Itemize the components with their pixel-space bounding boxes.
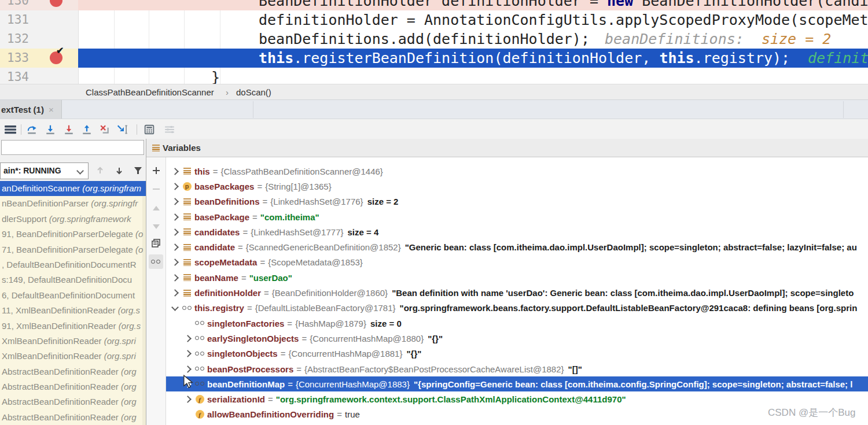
breadcrumb-method[interactable]: doScan() xyxy=(236,84,271,100)
chevron-right-icon[interactable] xyxy=(181,336,194,341)
chevron-right-icon[interactable] xyxy=(181,351,194,356)
chevron-down-icon[interactable] xyxy=(168,306,181,310)
variable-row[interactable]: definitionHolder = {BeanDefinitionHolder… xyxy=(166,285,868,300)
variable-row[interactable]: earlySingletonObjects = {ConcurrentHashM… xyxy=(166,331,868,346)
frame-row[interactable]: s:149, DefaultBeanDefinitionDocu xyxy=(0,272,146,287)
variable-row[interactable]: beanDefinitionMap = {ConcurrentHashMap@1… xyxy=(166,376,868,391)
thread-selector[interactable]: ain*: RUNNING xyxy=(0,162,89,179)
previous-frame-button[interactable] xyxy=(93,163,108,178)
chevron-right-icon[interactable] xyxy=(168,290,181,295)
frame-row[interactable]: 6, DefaultBeanDefinitionDocument xyxy=(0,288,146,303)
variable-string-value: "com.itheima" xyxy=(260,212,319,222)
drop-frame-button[interactable] xyxy=(97,122,112,137)
frame-row[interactable]: AbstractBeanDefinitionReader (org xyxy=(0,394,146,409)
equals-sign: = xyxy=(213,167,218,176)
code-line-132[interactable]: beanDefinitions.add(definitionHolder); b… xyxy=(0,29,868,49)
variables-header: Variables xyxy=(146,139,868,157)
variable-icon xyxy=(181,274,193,281)
chevron-right-icon[interactable] xyxy=(181,397,194,402)
chevron-right-icon[interactable] xyxy=(168,215,181,220)
frame-row[interactable]: XmlBeanDefinitionReader (org.spri xyxy=(0,334,146,349)
chevron-right-icon[interactable] xyxy=(181,367,194,372)
frame-package: (org.springfr xyxy=(91,198,138,208)
code-line-134[interactable]: } xyxy=(0,68,868,84)
layout-settings-button[interactable] xyxy=(162,122,177,137)
frame-row[interactable]: AbstractBeanDefinitionReader (org xyxy=(0,410,146,425)
frame-row[interactable]: 11, XmlBeanDefinitionReader (org.s xyxy=(0,303,146,318)
watermark: CSDN @是一个Bug xyxy=(768,406,855,419)
variable-row[interactable]: candidate = {ScannedGenericBeanDefinitio… xyxy=(166,239,868,254)
duplicate-watch-button[interactable] xyxy=(149,236,163,250)
chevron-right-icon[interactable] xyxy=(168,184,181,189)
variable-value: "org.springframework.beans.factory.suppo… xyxy=(400,303,858,313)
chevron-right-icon[interactable] xyxy=(168,199,181,204)
filter-frames-button[interactable] xyxy=(130,163,145,178)
variable-value: "Bean definition with name 'userDao': Ge… xyxy=(392,288,854,298)
variable-row[interactable]: candidates = {LinkedHashSet@1777} size =… xyxy=(166,224,868,239)
show-watches-button[interactable] xyxy=(149,254,163,269)
variable-row[interactable]: f serializationId = "org.springframework… xyxy=(166,391,868,406)
variable-plain-value: true xyxy=(345,409,360,419)
variable-row[interactable]: f allowBeanDefinitionOverriding = true xyxy=(166,407,868,422)
variable-row[interactable]: beanDefinitions = {LinkedHashSet@1776} s… xyxy=(166,194,868,209)
frame-row[interactable]: AbstractBeanDefinitionReader (org xyxy=(0,379,146,394)
variable-row[interactable]: singletonObjects = {ConcurrentHashMap@18… xyxy=(166,346,868,361)
evaluate-expression-button[interactable] xyxy=(142,122,157,137)
force-step-into-button[interactable] xyxy=(61,122,76,137)
field-icon: f xyxy=(194,395,205,404)
step-out-button[interactable] xyxy=(79,122,94,137)
frame-package: (org.s xyxy=(119,321,141,331)
step-into-button[interactable] xyxy=(43,122,58,137)
frame-row[interactable]: AbstractBeanDefinitionReader (org xyxy=(0,364,146,379)
variable-row[interactable]: beanName = "userDao" xyxy=(166,270,868,285)
move-watch-down-button[interactable] xyxy=(149,219,163,233)
next-frame-button[interactable] xyxy=(112,163,127,178)
frame-package: (org xyxy=(121,367,137,376)
variable-value: size = 0 xyxy=(370,319,402,328)
variable-row[interactable]: beanPostProcessors = {AbstractBeanFactor… xyxy=(166,361,868,376)
inline-debug-hint: definit xyxy=(808,49,868,68)
frame-row[interactable]: nBeanDefinitionParser (org.springfr xyxy=(0,196,146,211)
equals-sign: = xyxy=(252,212,258,222)
chevron-right-icon[interactable] xyxy=(168,230,181,235)
variable-row[interactable]: singletonFactories = {HashMap@1879} size… xyxy=(166,316,868,331)
variable-row[interactable]: f allowEagerClassLoading = true xyxy=(166,422,868,425)
add-watch-button[interactable] xyxy=(149,163,163,178)
variables-panel: Variables this = {Cl xyxy=(146,139,868,425)
chevron-right-icon[interactable] xyxy=(168,275,181,280)
variable-row[interactable]: this.registry = {DefaultListableBeanFact… xyxy=(166,301,868,316)
code-line-131[interactable]: definitionHolder = AnnotationConfigUtils… xyxy=(0,10,868,29)
chevron-right-icon[interactable] xyxy=(168,169,181,174)
tab-contexttest[interactable]: extTest (1) × xyxy=(0,100,62,119)
variable-row[interactable]: scopeMetadata = {ScopeMetadata@1853} xyxy=(166,255,868,270)
tab-close-icon[interactable]: × xyxy=(49,100,54,119)
variable-row[interactable]: p basePackages = {String[1]@1365} xyxy=(166,179,868,194)
code-editor[interactable]: 130 131 132 133 134 ✔ BeanDefinitionHold… xyxy=(0,0,868,84)
chevron-box[interactable] xyxy=(181,412,194,417)
hamburger-menu-button[interactable] xyxy=(3,122,18,137)
frame-row[interactable]: 91, BeanDefinitionParserDelegate (o xyxy=(0,227,146,242)
frames-search-input[interactable] xyxy=(1,140,144,155)
frame-row[interactable]: 91, XmlBeanDefinitionReader (org.s xyxy=(0,319,146,334)
chevron-right-icon[interactable] xyxy=(168,245,181,250)
step-over-button[interactable] xyxy=(24,122,39,137)
variable-row[interactable]: basePackage = "com.itheima" xyxy=(166,209,868,224)
run-to-cursor-button[interactable] xyxy=(115,122,130,137)
breadcrumb-class[interactable]: ClassPathBeanDefinitionScanner xyxy=(86,84,214,100)
code-line-130[interactable]: BeanDefinitionHolder definitionHolder = … xyxy=(0,0,868,10)
chevron-right-icon[interactable] xyxy=(168,260,181,265)
frame-row[interactable]: 71, BeanDefinitionParserDelegate (o xyxy=(0,242,146,257)
code-line-133-execution-point[interactable]: this.registerBeanDefinition(definitionHo… xyxy=(0,49,868,68)
move-watch-up-button[interactable] xyxy=(149,201,163,216)
frame-class: AbstractBeanDefinitionReader xyxy=(2,382,121,391)
frame-row[interactable]: dlerSupport (org.springframework xyxy=(0,212,146,227)
frame-row[interactable]: , DefaultBeanDefinitionDocumentR xyxy=(0,257,146,272)
variable-row[interactable]: this = {ClassPathBeanDefinitionScanner@1… xyxy=(166,164,868,179)
variable-name: scopeMetadata xyxy=(194,257,257,267)
frame-row[interactable]: anDefinitionScanner (org.springfram xyxy=(0,181,146,196)
remove-watch-button[interactable] xyxy=(149,182,163,196)
frame-row[interactable]: XmlBeanDefinitionReader (org.spri xyxy=(0,349,146,364)
chevron-box[interactable] xyxy=(181,321,194,326)
equals-sign: = xyxy=(268,394,273,404)
breadcrumb-separator-icon: › xyxy=(226,84,229,100)
